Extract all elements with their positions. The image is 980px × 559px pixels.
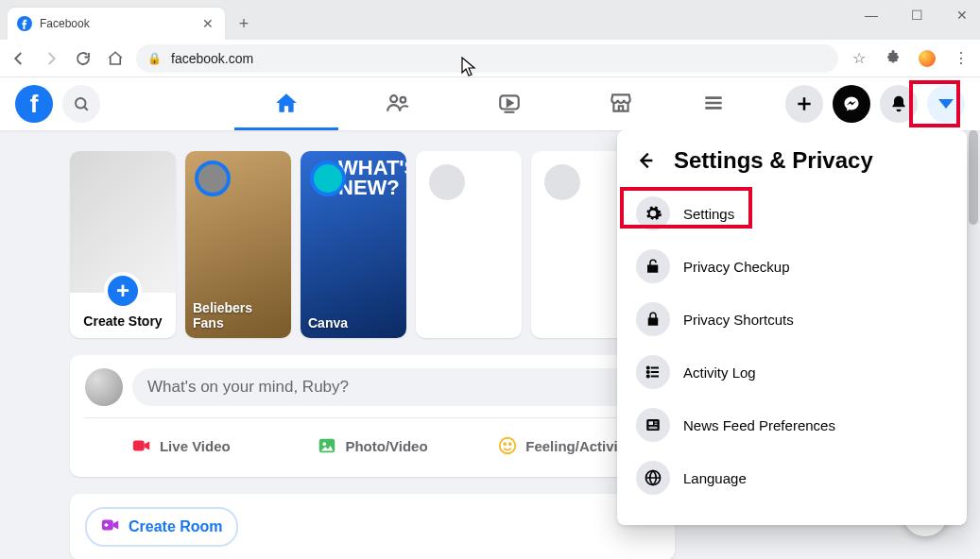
story-create[interactable]: + Create Story: [70, 151, 176, 338]
dropdown-item-activity-log[interactable]: Activity Log: [625, 346, 959, 398]
rooms-card: Create Room: [70, 494, 675, 559]
extensions-icon[interactable]: [884, 49, 903, 68]
lock-icon: [636, 302, 670, 336]
window-controls: — ☐ ✕: [857, 2, 976, 28]
bookmark-star-icon[interactable]: ☆: [850, 49, 868, 68]
story-card[interactable]: Beliebers Fans: [185, 151, 291, 338]
tab-title: Facebook: [40, 17, 193, 30]
window-maximize-button[interactable]: ☐: [903, 2, 931, 28]
window-close-button[interactable]: ✕: [948, 2, 976, 28]
nav-friends-tab[interactable]: [346, 77, 450, 130]
svg-point-10: [509, 443, 511, 445]
dropdown-item-privacy-checkup[interactable]: Privacy Checkup: [625, 240, 959, 293]
browser-menu-icon[interactable]: ⋮: [952, 49, 971, 68]
action-label: Feeling/Activity: [525, 438, 630, 454]
dropdown-title: Settings & Privacy: [674, 147, 873, 174]
scrollbar-track[interactable]: [967, 130, 980, 559]
nav-home-button[interactable]: [106, 49, 125, 68]
facebook-logo[interactable]: f: [15, 85, 53, 123]
address-bar[interactable]: 🔒 facebook.com: [136, 44, 838, 73]
nav-marketplace-tab[interactable]: [569, 77, 673, 130]
svg-point-13: [647, 371, 649, 373]
facebook-search-button[interactable]: [62, 85, 100, 123]
stories-tray: + Create Story Beliebers Fans WHAT'S NEW…: [70, 151, 675, 338]
svg-point-3: [400, 96, 405, 102]
caret-down-icon: [938, 99, 954, 109]
nav-watch-tab[interactable]: [457, 77, 561, 130]
list-icon: [636, 355, 670, 389]
window-minimize-button[interactable]: —: [857, 2, 885, 28]
user-avatar[interactable]: [85, 368, 123, 406]
story-label: Beliebers Fans: [193, 300, 284, 330]
svg-point-1: [76, 98, 86, 109]
browser-titlebar: Facebook ✕ + — ☐ ✕: [0, 0, 980, 40]
dropdown-label: Settings: [683, 206, 734, 222]
nav-back-button[interactable]: [9, 49, 28, 68]
account-menu-button[interactable]: [927, 85, 965, 123]
composer-placeholder: What's on your mind, Ruby?: [147, 378, 349, 397]
globe-icon: [636, 461, 670, 495]
canva-overlay-text: WHAT'S NEW?: [338, 159, 399, 198]
action-label: Live Video: [160, 438, 231, 454]
composer-photo-video[interactable]: Photo/Video: [277, 428, 469, 464]
gear-icon: [636, 196, 670, 230]
dropdown-label: Privacy Checkup: [683, 259, 790, 275]
dropdown-label: News Feed Preferences: [683, 417, 835, 433]
create-room-label: Create Room: [129, 518, 223, 535]
url-text: facebook.com: [171, 51, 253, 66]
dropdown-item-news-feed-pref[interactable]: News Feed Preferences: [625, 398, 959, 451]
placeholder-avatar: [544, 164, 580, 200]
svg-rect-16: [649, 421, 654, 425]
scrollbar-thumb[interactable]: [969, 130, 978, 225]
messenger-button[interactable]: [833, 85, 870, 123]
new-tab-button[interactable]: +: [231, 10, 257, 37]
settings-privacy-dropdown: Settings & Privacy Settings Privacy Chec…: [617, 130, 967, 525]
svg-point-2: [390, 95, 397, 102]
nav-more-tab[interactable]: [680, 77, 747, 130]
page-body: + Create Story Beliebers Fans WHAT'S NEW…: [0, 130, 980, 559]
facebook-header: f: [0, 77, 980, 130]
news-feed-icon: [636, 408, 670, 442]
dropdown-item-settings[interactable]: Settings: [625, 187, 959, 240]
dropdown-label: Activity Log: [683, 364, 756, 381]
nav-home-tab[interactable]: [234, 77, 338, 130]
story-placeholder[interactable]: [416, 151, 522, 338]
svg-point-14: [647, 375, 649, 377]
browser-tab[interactable]: Facebook ✕: [8, 8, 225, 40]
composer-card: What's on your mind, Ruby? Live Video Ph…: [70, 355, 675, 477]
lock-icon: 🔒: [147, 52, 162, 65]
tab-close-icon[interactable]: ✕: [200, 16, 215, 31]
plus-icon: +: [104, 272, 142, 310]
action-label: Photo/Video: [345, 438, 427, 454]
dropdown-item-language[interactable]: Language: [625, 451, 959, 504]
dropdown-back-button[interactable]: [632, 147, 659, 174]
facebook-favicon: [17, 16, 32, 31]
photo-icon: [317, 435, 337, 456]
composer-input[interactable]: What's on your mind, Ruby?: [132, 368, 660, 406]
svg-point-9: [505, 443, 507, 445]
lock-open-icon: [636, 249, 670, 283]
browser-toolbar: 🔒 facebook.com ☆ ⋮: [0, 40, 980, 77]
dropdown-label: Privacy Shortcuts: [683, 312, 794, 328]
story-label: Create Story: [77, 313, 168, 329]
smiley-icon: [497, 435, 518, 456]
story-card[interactable]: WHAT'S NEW? Canva: [301, 151, 406, 338]
story-avatar: [310, 161, 346, 196]
create-button[interactable]: [785, 85, 823, 123]
story-avatar: [195, 161, 231, 196]
dropdown-label: Language: [683, 470, 747, 486]
create-room-button[interactable]: Create Room: [85, 507, 238, 547]
svg-rect-5: [133, 441, 145, 451]
notifications-button[interactable]: [880, 85, 918, 123]
svg-point-12: [647, 366, 649, 368]
dropdown-item-privacy-shortcuts[interactable]: Privacy Shortcuts: [625, 293, 959, 346]
nav-reload-button[interactable]: [74, 49, 93, 68]
video-plus-icon: [100, 515, 121, 539]
extension-badge-icon[interactable]: [918, 49, 937, 68]
svg-point-7: [323, 442, 327, 446]
video-camera-icon: [131, 435, 152, 456]
nav-forward-button[interactable]: [42, 49, 60, 68]
composer-live-video[interactable]: Live Video: [85, 428, 277, 464]
svg-point-8: [500, 438, 516, 454]
placeholder-avatar: [429, 164, 465, 200]
